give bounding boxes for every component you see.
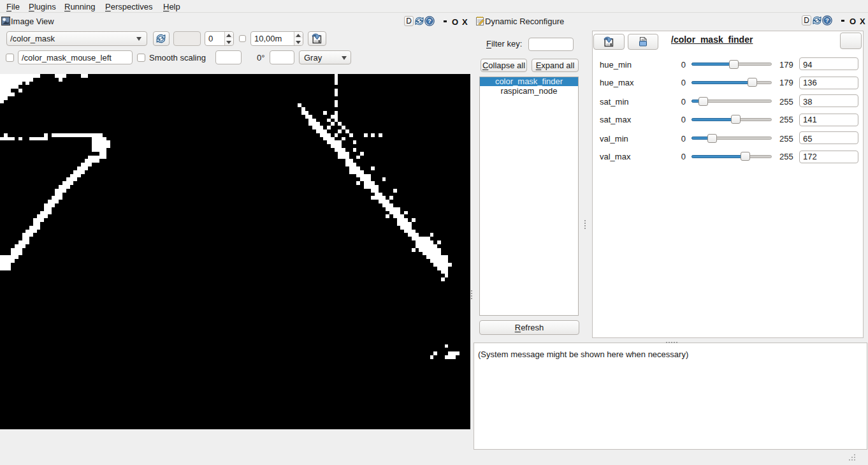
svg-text:?: ? bbox=[428, 17, 431, 24]
svg-text:?: ? bbox=[825, 17, 829, 24]
